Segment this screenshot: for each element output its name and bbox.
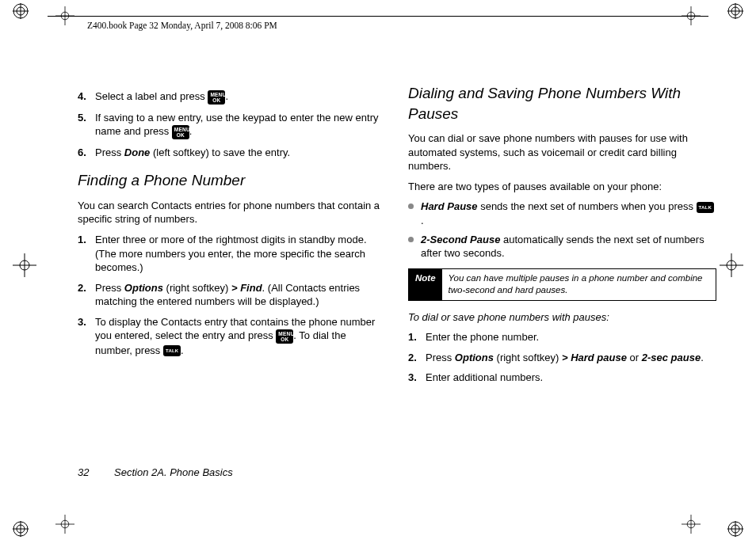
step-number: 2. [408, 351, 417, 365]
crop-rosette-icon [13, 3, 29, 19]
pause-label: 2-Second Pause [421, 234, 500, 245]
dial-step-3: 3. Enter additional numbers. [408, 371, 716, 385]
crop-cross-icon [682, 515, 701, 534]
find-steps: 1. Enter three or more of the rightmost … [78, 233, 386, 357]
pause-types-list: Hard Pause sends the next set of numbers… [408, 200, 716, 260]
talk-key-icon: TALK [697, 202, 714, 213]
menu-path-gt: > [562, 352, 568, 363]
step-text: . [189, 125, 193, 137]
step-number: 1. [408, 330, 417, 344]
intro-para: You can search Contacts entries for phon… [78, 199, 386, 226]
step-number: 4. [78, 89, 86, 104]
intro-para: You can dial or save phone numbers with … [408, 131, 716, 173]
step-text: Enter additional numbers. [426, 371, 543, 383]
note-box: Note You can have multiple pauses in a p… [408, 268, 716, 301]
two-sec-pause-item: 2-Second Pause automatically sends the n… [408, 233, 716, 260]
page-body: 4. Select a label and press MENUOK. 5. I… [78, 83, 716, 485]
menu-item: 2-sec pause [642, 352, 701, 363]
step-number: 1. [78, 233, 86, 247]
crop-rosette-icon [727, 521, 743, 537]
step-number: 5. [78, 111, 86, 125]
types-intro: There are two types of pauses available … [408, 180, 716, 194]
section-label: Section 2A. Phone Basics [114, 466, 233, 478]
step-5: 5. If saving to a new entry, use the key… [78, 111, 386, 139]
subheading: To dial or save phone numbers with pause… [408, 310, 716, 325]
menu-ok-key-icon: MENUOK [208, 90, 225, 105]
softkey-label: Done [124, 146, 151, 158]
section-heading: Finding a Phone Number [78, 170, 386, 191]
step-4: 4. Select a label and press MENUOK. [78, 89, 386, 105]
step-text: Press [426, 352, 455, 363]
menu-item: Find [240, 282, 262, 294]
step-text: (right softkey) [494, 352, 562, 363]
crop-cross-icon [720, 253, 743, 277]
crop-rosette-icon [727, 3, 743, 19]
note-label: Note [409, 269, 442, 300]
menu-item: Hard pause [571, 352, 627, 363]
right-column: Dialing and Saving Phone Numbers With Pa… [408, 83, 716, 485]
left-column: 4. Select a label and press MENUOK. 5. I… [78, 83, 386, 485]
step-text: If saving to a new entry, use the keypad… [95, 112, 378, 138]
pause-label: Hard Pause [421, 200, 478, 212]
page-number: 32 [78, 466, 89, 478]
find-step-1: 1. Enter three or more of the rightmost … [78, 233, 386, 275]
menu-ok-key-icon: MENUOK [172, 125, 189, 139]
step-text: Enter the phone number. [426, 331, 539, 343]
step-number: 6. [78, 146, 86, 160]
find-step-3: 3. To display the Contacts entry that co… [78, 315, 386, 358]
dial-steps: 1. Enter the phone number. 2. Press Opti… [408, 330, 716, 385]
softkey-label: Options [124, 282, 163, 294]
menu-ok-key-icon: MENUOK [276, 329, 293, 344]
step-text: Select a label and press [95, 90, 208, 102]
step-text: or [627, 352, 642, 363]
step-number: 2. [78, 281, 86, 295]
menu-path-gt: > [231, 282, 238, 294]
step-text: Press [95, 146, 124, 158]
find-step-2: 2. Press Options (right softkey) > Find.… [78, 281, 386, 309]
talk-key-icon: TALK [163, 345, 181, 356]
dial-step-1: 1. Enter the phone number. [408, 330, 716, 344]
page-footer: 32 Section 2A. Phone Basics [78, 466, 233, 478]
header-rule [48, 16, 708, 17]
step-text: . [181, 344, 184, 356]
step-number: 3. [408, 371, 417, 385]
crop-cross-icon [13, 253, 36, 277]
step-text: (left softkey) to save the entry. [150, 146, 290, 158]
step-6: 6. Press Done (left softkey) to save the… [78, 146, 386, 160]
step-text: Enter three or more of the rightmost dig… [95, 234, 367, 273]
running-head: Z400.book Page 32 Monday, April 7, 2008 … [87, 21, 277, 30]
softkey-label: Options [455, 352, 494, 363]
note-body: You can have multiple pauses in a phone … [442, 269, 716, 300]
hard-pause-item: Hard Pause sends the next set of numbers… [408, 200, 716, 227]
pause-desc: . [421, 215, 424, 226]
step-text: . [701, 352, 704, 363]
step-text: Press [95, 282, 124, 294]
dial-step-2: 2. Press Options (right softkey) > Hard … [408, 351, 716, 365]
section-heading: Dialing and Saving Phone Numbers With Pa… [408, 83, 716, 124]
continued-steps: 4. Select a label and press MENUOK. 5. I… [78, 89, 386, 159]
step-text: (right softkey) [163, 282, 231, 294]
step-number: 3. [78, 315, 86, 329]
crop-rosette-icon [13, 521, 29, 537]
step-text: . [225, 90, 228, 102]
pause-desc: sends the next set of numbers when you p… [478, 200, 697, 212]
crop-cross-icon [55, 515, 74, 534]
